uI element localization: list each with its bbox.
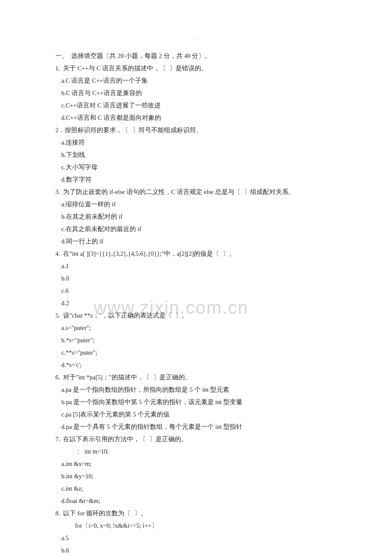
q5-stem: 5. 设"char **s；"，以下正确的表达式是〔 〕。 xyxy=(55,309,337,322)
q8-stem: 8. 以下 for 循环的次数为〔 〕。 xyxy=(55,507,337,520)
q8-sub: for〔i=0, x=0; !x&&i<=5; i++〕 xyxy=(55,520,337,532)
q6-opt-b: b.pa 是一个指向某数组中第 5 个元素的指针，该元素是 int 型变量 xyxy=(55,396,337,408)
q4-opt-b: b.0 xyxy=(55,272,337,285)
q6-opt-d: d.pa 是一个具有 5 个元素的指针数组，每个元素是一个 int 型指针 xyxy=(55,421,337,433)
q3-opt-a: a.缩排位置一样的 if xyxy=(55,198,337,211)
q6-opt-c: c.pa [5]表示某个元素的第 5 个元素的值 xyxy=(55,408,337,421)
q8-opt-a: a.5 xyxy=(55,532,337,544)
q8-opt-b: b.6 xyxy=(55,544,337,555)
q2-opt-a: a.连接符 xyxy=(55,136,337,149)
q1-stem: 1. 关于 C++与 C 语言关系的描述中，〔 〕是错误的。 xyxy=(55,62,337,75)
q2-stem: 2．按照标识符的要求，〔 〕符号不能组成标识符。 xyxy=(55,124,337,136)
q5-opt-c: c.**s="puter"; xyxy=(55,347,337,359)
q3-opt-b: b.在其之前未配对的 if xyxy=(55,211,337,223)
q5-opt-b: b.*s="puter"; xyxy=(55,334,337,347)
q7-opt-d: d.float &t=&m; xyxy=(55,495,337,507)
q4-opt-d: d.2 xyxy=(55,297,337,309)
q7-opt-c: c.int &z; xyxy=(55,483,337,495)
section-title: 一、 选择填空题〔共 20 小题，每题 2 分，共 40 分〕。 xyxy=(55,50,337,62)
q6-stem: 6. 对于"int *pa[5]；"的描述中，〔 〕是正确的。 xyxy=(55,371,337,384)
q2-opt-c: c.大小写字母 xyxy=(55,161,337,173)
q1-opt-b: b.C 语言与 C++语言是兼容的 xyxy=(55,87,337,99)
q7-opt-a: a.int &x=m; xyxy=(55,458,337,470)
q3-opt-d: d.同一行上的 if xyxy=(55,235,337,248)
header-dots: . . xyxy=(55,36,337,40)
q1-opt-a: a.C 语言是 C++语言的一个子集 xyxy=(55,75,337,87)
q6-opt-a: a.pa 是一个指向数组的指针，所指向的数组是 5 个 int 型元素 xyxy=(55,384,337,396)
q7-stem: 7. 在以下表示引用的方法中，〔 〕是正确的。 xyxy=(55,433,337,445)
q4-opt-a: a.1 xyxy=(55,260,337,272)
q3-stem: 3. 为了防止嵌套的 if-else 语句的二义性，C 语言规定 else 总是… xyxy=(55,186,337,198)
q1-opt-c: c.C++语言对 C 语言进展了一些改进 xyxy=(55,99,337,112)
q2-opt-b: b.下划线 xyxy=(55,149,337,161)
q7-sub: ： int m=10; xyxy=(55,445,337,458)
q5-opt-a: a.s="puter"; xyxy=(55,322,337,334)
q2-opt-d: d.数字字符 xyxy=(55,173,337,186)
q5-opt-d: d.*s='c'; xyxy=(55,359,337,371)
q4-stem: 4. 在"int a[ ][3]={{1},{3,2},{4,5,6},{0}}… xyxy=(55,248,337,260)
q4-opt-c: c.6 xyxy=(55,285,337,297)
document-body: 一、 选择填空题〔共 20 小题，每题 2 分，共 40 分〕。 1. 关于 C… xyxy=(55,50,337,555)
q1-opt-d: d.C++语言和 C 语言都是面向对象的 xyxy=(55,112,337,124)
q3-opt-c: c.在其之前未配对的最近的 if xyxy=(55,223,337,235)
q7-opt-b: b.int &y=10; xyxy=(55,470,337,483)
